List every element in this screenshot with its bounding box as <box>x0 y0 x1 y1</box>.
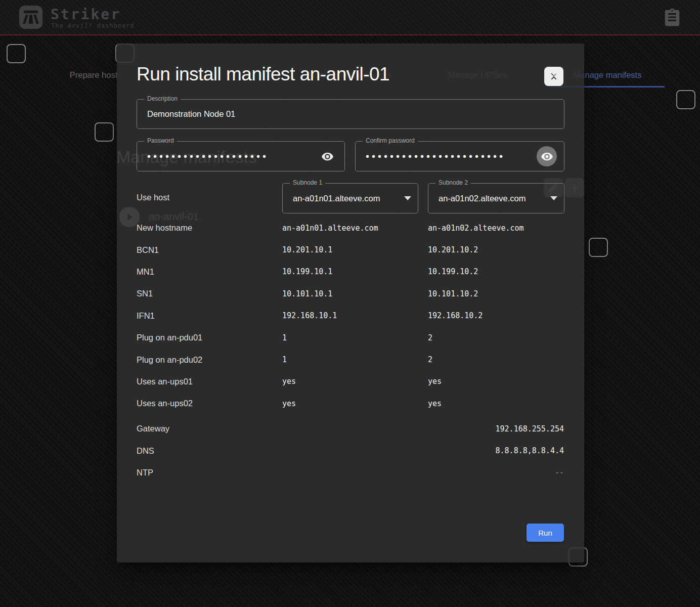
subnode2-cell: 2 <box>428 355 564 364</box>
subnode2-cell: yes <box>428 377 564 386</box>
chevron-down-icon <box>404 196 411 200</box>
row-value: 192.168.255.254 <box>496 424 564 433</box>
row-label: New hostname <box>137 223 282 233</box>
chevron-down-icon <box>550 196 557 200</box>
table-row: NTP -- <box>137 462 564 484</box>
subnode2-cell: 2 <box>428 333 564 342</box>
row-value: 8.8.8.8,8.8.4.4 <box>496 446 564 455</box>
row-label: Plug on an-pdu02 <box>137 355 282 365</box>
table-row: DNS 8.8.8.8,8.8.4.4 <box>137 440 564 461</box>
subnode2-value: an-a01n02.alteeve.com <box>439 184 526 213</box>
subnode2-cell: 10.101.10.2 <box>428 289 564 298</box>
confirm-password-field[interactable]: Confirm password ••••••••••••••••••••••• <box>355 141 564 171</box>
row-label: DNS <box>137 446 496 456</box>
subnode2-cell: 10.201.10.2 <box>428 245 564 254</box>
description-value: Demonstration Node 01 <box>147 100 235 128</box>
table-row: Uses an-ups01 yes yes <box>137 371 564 393</box>
description-field[interactable]: Description Demonstration Node 01 <box>137 99 564 129</box>
row-label: Gateway <box>137 424 496 433</box>
network-summary-table: Gateway 192.168.255.254 DNS 8.8.8.8,8.8.… <box>137 418 564 484</box>
table-row: SN1 10.101.10.1 10.101.10.2 <box>137 283 564 305</box>
table-row: IFN1 192.168.10.1 192.168.10.2 <box>137 305 564 327</box>
row-label: Plug on an-pdu01 <box>137 333 282 342</box>
table-row: BCN1 10.201.10.1 10.201.10.2 <box>137 239 564 261</box>
visibility-icon[interactable] <box>537 146 557 166</box>
row-label: Uses an-ups02 <box>137 399 282 408</box>
row-label: Uses an-ups01 <box>137 377 282 386</box>
password-field[interactable]: Password •••••••••••••••••••• <box>137 141 345 171</box>
dialog-title: Run install manifest an-anvil-01 <box>137 64 389 85</box>
subnode1-cell: an-a01n01.alteeve.com <box>282 224 428 233</box>
subnode1-cell: 1 <box>282 333 428 342</box>
subnode2-select[interactable]: Subnode 2 an-a01n02.alteeve.com <box>428 183 564 213</box>
manifest-detail-table: New hostname an-a01n01.alteeve.com an-a0… <box>137 217 564 415</box>
close-icon[interactable] <box>544 67 563 86</box>
run-manifest-dialog: Run install manifest an-anvil-01 Descrip… <box>117 44 584 562</box>
subnode1-value: an-a01n01.alteeve.com <box>293 184 380 213</box>
subnode2-cell: 10.199.10.2 <box>428 267 564 276</box>
subnode1-cell: 10.101.10.1 <box>282 289 428 298</box>
subnode2-cell: an-a01n02.alteeve.com <box>428 224 564 233</box>
row-label: BCN1 <box>137 245 282 255</box>
table-row: MN1 10.199.10.1 10.199.10.2 <box>137 261 564 283</box>
row-label: MN1 <box>137 267 282 277</box>
visibility-icon[interactable] <box>317 146 337 166</box>
subnode1-cell: 10.199.10.1 <box>282 267 428 276</box>
subnode1-cell: yes <box>282 399 428 408</box>
use-host-label: Use host <box>137 193 169 202</box>
table-row: Plug on an-pdu02 1 2 <box>137 349 564 370</box>
row-value: -- <box>555 468 564 477</box>
table-row: Uses an-ups02 yes yes <box>137 393 564 414</box>
table-row: Plug on an-pdu01 1 2 <box>137 327 564 349</box>
subnode2-cell: 192.168.10.2 <box>428 311 564 320</box>
password-value: •••••••••••••••••••• <box>147 142 269 171</box>
table-row: New hostname an-a01n01.alteeve.com an-a0… <box>137 217 564 239</box>
row-label: NTP <box>137 468 555 478</box>
row-label: IFN1 <box>137 311 282 321</box>
subnode1-cell: 192.168.10.1 <box>282 311 428 320</box>
subnode1-cell: yes <box>282 377 428 386</box>
subnode2-cell: yes <box>428 399 564 408</box>
row-label: SN1 <box>137 289 282 298</box>
table-row: Gateway 192.168.255.254 <box>137 418 564 440</box>
subnode1-cell: 1 <box>282 355 428 364</box>
run-button[interactable]: Run <box>527 524 564 542</box>
confirm-password-value: ••••••••••••••••••••••• <box>366 142 505 171</box>
subnode1-select[interactable]: Subnode 1 an-a01n01.alteeve.com <box>282 183 418 213</box>
subnode1-cell: 10.201.10.1 <box>282 245 428 254</box>
